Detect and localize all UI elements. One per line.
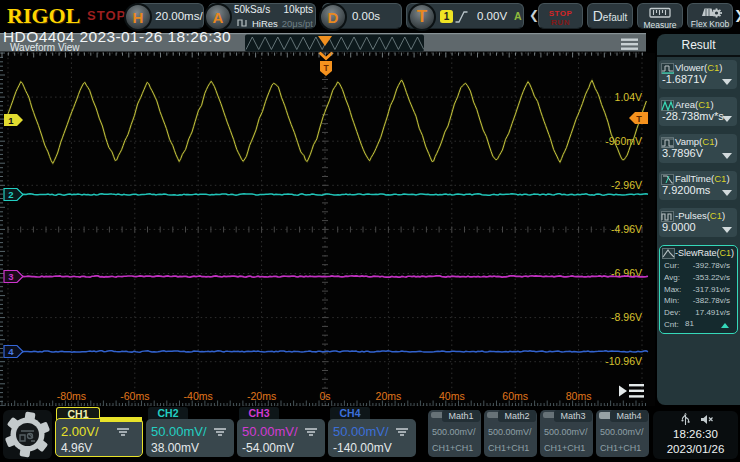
svg-text:3: 3 [8, 271, 13, 282]
svg-text:-2.96V: -2.96V [611, 179, 642, 191]
svg-text:1: 1 [8, 115, 14, 126]
svg-text:60ms: 60ms [502, 390, 528, 402]
svg-text:-960mV: -960mV [605, 135, 642, 147]
svg-text:40ms: 40ms [439, 390, 465, 402]
svg-text:-4.96V: -4.96V [611, 223, 642, 235]
svg-text:-60ms: -60ms [120, 390, 149, 402]
svg-text:T: T [636, 114, 642, 124]
svg-text:20ms: 20ms [376, 390, 402, 402]
svg-text:2: 2 [8, 189, 13, 200]
svg-text:0s: 0s [319, 390, 330, 402]
svg-text:-10.96V: -10.96V [605, 355, 642, 367]
svg-text:-20ms: -20ms [247, 390, 276, 402]
svg-text:1.04V: 1.04V [615, 91, 642, 103]
svg-text:-8.96V: -8.96V [611, 311, 642, 323]
svg-text:4: 4 [8, 346, 14, 357]
svg-text:T: T [323, 63, 329, 73]
svg-text:-80ms: -80ms [57, 390, 86, 402]
svg-text:80ms: 80ms [566, 390, 592, 402]
svg-text:-40ms: -40ms [184, 390, 213, 402]
